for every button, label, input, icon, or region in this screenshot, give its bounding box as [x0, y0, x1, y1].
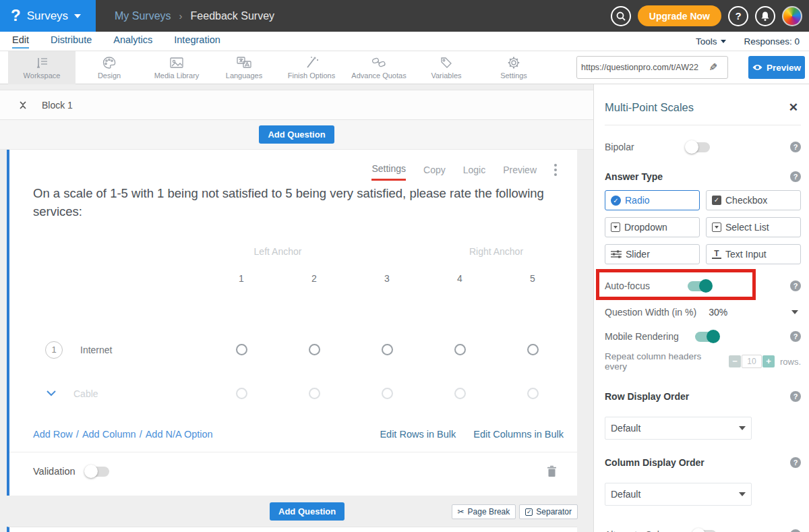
- column-header-4[interactable]: 4: [457, 273, 462, 284]
- mobile-rendering-toggle[interactable]: [695, 332, 719, 342]
- toolbar-item-finish-options[interactable]: Finish Options: [278, 51, 345, 84]
- answer-type-radio[interactable]: Radio: [605, 190, 700, 210]
- radio-option[interactable]: [236, 388, 247, 399]
- delete-question-trash-icon[interactable]: [547, 465, 557, 477]
- question-text[interactable]: On a scale of 1-5 with 1 being not satis…: [33, 185, 550, 221]
- add-na-option-link[interactable]: Add N/A Option: [146, 429, 213, 440]
- breadcrumb-current: Feedback Survey: [191, 10, 275, 22]
- column-header-1[interactable]: 1: [239, 273, 244, 284]
- block-title[interactable]: Block 1: [42, 100, 73, 111]
- right-anchor-label[interactable]: Right Anchor: [423, 246, 569, 257]
- help-icon[interactable]: [790, 529, 801, 532]
- separator-button[interactable]: Separator: [519, 504, 578, 519]
- tab-distribute[interactable]: Distribute: [51, 34, 92, 49]
- panel-title: Multi-Point Scales: [605, 101, 694, 114]
- toolbar-item-variables[interactable]: Variables: [413, 51, 480, 84]
- radio-option[interactable]: [309, 388, 320, 399]
- answer-type-select-list[interactable]: Select List: [706, 217, 801, 237]
- row-label-internet[interactable]: Internet: [80, 345, 112, 355]
- increment-button[interactable]: +: [762, 355, 775, 367]
- add-row-link[interactable]: Add Row: [33, 429, 73, 440]
- question-tab-copy[interactable]: Copy: [423, 165, 446, 180]
- answer-type-text-input[interactable]: T Text Input: [706, 244, 801, 264]
- search-button[interactable]: [611, 6, 631, 26]
- question-tab-logic[interactable]: Logic: [463, 165, 485, 180]
- auto-focus-toggle[interactable]: [688, 281, 712, 291]
- product-switcher[interactable]: ? Surveys: [0, 0, 96, 32]
- toolbar-item-workspace[interactable]: Workspace: [8, 51, 76, 84]
- column-header-3[interactable]: 3: [384, 273, 390, 284]
- help-icon[interactable]: [790, 171, 801, 182]
- toolbar-label: Media Library: [154, 71, 200, 80]
- decrement-button[interactable]: −: [729, 355, 741, 367]
- row-index-badge[interactable]: 1: [45, 341, 63, 359]
- toolbar-item-media-library[interactable]: Media Library: [143, 51, 210, 84]
- tag-icon: [440, 56, 453, 69]
- chevron-down-icon[interactable]: [791, 310, 798, 314]
- row-display-order-select[interactable]: Default: [605, 417, 752, 440]
- question-tab-settings[interactable]: Settings: [371, 163, 406, 181]
- checkbox-icon: [525, 508, 533, 516]
- collapse-block-icon[interactable]: [19, 101, 27, 109]
- alternate-colors-toggle[interactable]: [692, 530, 717, 532]
- row-chevron-down-icon[interactable]: [47, 390, 56, 396]
- validation-toggle[interactable]: [85, 467, 109, 477]
- help-icon[interactable]: [790, 391, 801, 402]
- answer-type-checkbox[interactable]: Checkbox: [706, 190, 801, 210]
- question-width-value[interactable]: 30%: [709, 307, 727, 318]
- repeat-headers-input[interactable]: [742, 355, 762, 368]
- auto-focus-label: Auto-focus: [605, 280, 650, 291]
- column-header-5[interactable]: 5: [530, 273, 535, 284]
- breadcrumb-my-surveys[interactable]: My Surveys: [115, 10, 171, 22]
- radio-option[interactable]: [527, 344, 539, 355]
- left-anchor-label[interactable]: Left Anchor: [205, 246, 351, 257]
- validation-row: Validation: [9, 452, 577, 491]
- radio-option[interactable]: [527, 388, 539, 399]
- toolbar-item-design[interactable]: Design: [76, 51, 143, 84]
- bipolar-toggle[interactable]: [686, 142, 710, 152]
- question-card: Settings Copy Logic Preview On a scale o…: [7, 150, 577, 496]
- help-icon[interactable]: [790, 280, 801, 291]
- help-icon[interactable]: [790, 457, 801, 468]
- add-question-button[interactable]: Add Question: [259, 125, 334, 144]
- question-tab-preview[interactable]: Preview: [503, 165, 537, 180]
- more-options-kebab-icon[interactable]: [554, 164, 557, 180]
- help-button[interactable]: ?: [728, 6, 748, 26]
- edit-rows-in-bulk-link[interactable]: Edit Rows in Bulk: [380, 429, 456, 440]
- toolbar-item-settings[interactable]: Settings: [480, 51, 547, 84]
- upgrade-now-button[interactable]: Upgrade Now: [638, 5, 721, 26]
- answer-type-dropdown[interactable]: Dropdown: [605, 217, 700, 237]
- radio-option[interactable]: [382, 344, 393, 355]
- answer-type-label-text: Radio: [625, 195, 650, 206]
- gear-icon: [506, 56, 521, 69]
- radio-option[interactable]: [454, 344, 466, 355]
- responses-count: Responses: 0: [744, 36, 800, 47]
- radio-option[interactable]: [236, 344, 247, 355]
- notifications-button[interactable]: [755, 6, 775, 26]
- tab-analytics[interactable]: Analytics: [113, 34, 152, 49]
- close-panel-icon[interactable]: [789, 100, 798, 115]
- tools-menu[interactable]: Tools: [696, 36, 727, 47]
- help-icon[interactable]: [790, 331, 801, 342]
- user-avatar[interactable]: [782, 6, 802, 26]
- answer-type-slider[interactable]: Slider: [605, 244, 700, 264]
- column-header-2[interactable]: 2: [311, 273, 317, 284]
- toolbar-item-languages[interactable]: Languages: [210, 51, 278, 84]
- tab-edit[interactable]: Edit: [12, 34, 29, 49]
- preview-button[interactable]: Preview: [748, 56, 805, 79]
- edit-columns-in-bulk-link[interactable]: Edit Columns in Bulk: [473, 429, 564, 440]
- add-column-link[interactable]: Add Column: [82, 429, 136, 440]
- help-icon[interactable]: [790, 142, 801, 152]
- column-display-order-select[interactable]: Default: [605, 483, 752, 506]
- toolbar-item-advance-quotas[interactable]: Advance Quotas: [345, 51, 413, 84]
- add-question-button-bottom[interactable]: Add Question: [270, 502, 344, 521]
- radio-option[interactable]: [309, 344, 320, 355]
- page-break-button[interactable]: Page Break: [452, 504, 516, 519]
- tab-integration[interactable]: Integration: [174, 34, 220, 49]
- slash-separator: [140, 429, 142, 440]
- survey-url-input[interactable]: [577, 57, 702, 78]
- radio-option[interactable]: [454, 388, 466, 399]
- edit-url-pencil-icon[interactable]: ✎: [702, 61, 724, 73]
- row-label-cable[interactable]: Cable: [73, 388, 98, 399]
- radio-option[interactable]: [382, 388, 393, 399]
